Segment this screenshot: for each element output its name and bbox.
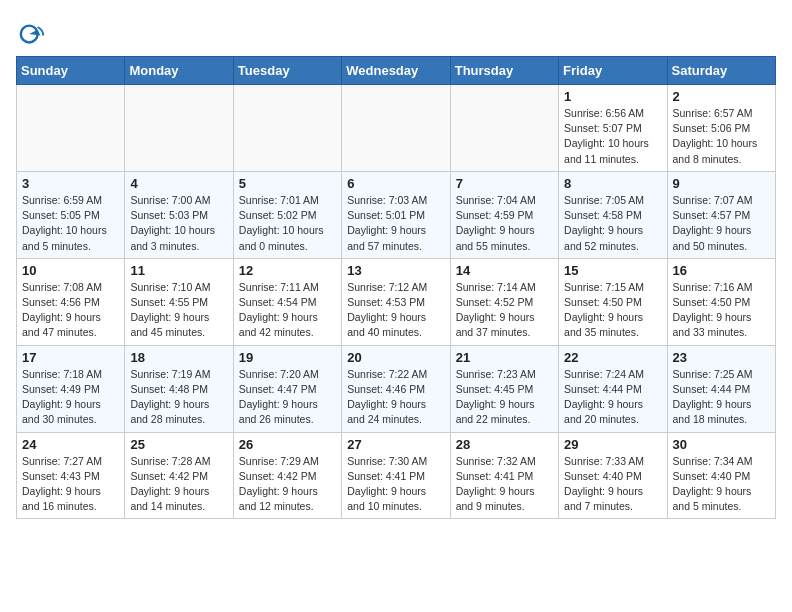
day-number: 8 [564,176,661,191]
day-detail: Sunrise: 7:25 AMSunset: 4:44 PMDaylight:… [673,367,770,428]
day-detail: Sunrise: 7:32 AMSunset: 4:41 PMDaylight:… [456,454,553,515]
day-number: 13 [347,263,444,278]
day-number: 27 [347,437,444,452]
calendar-cell: 2Sunrise: 6:57 AMSunset: 5:06 PMDaylight… [667,85,775,172]
dow-header-monday: Monday [125,57,233,85]
day-number: 6 [347,176,444,191]
calendar-cell: 20Sunrise: 7:22 AMSunset: 4:46 PMDayligh… [342,345,450,432]
calendar-cell: 5Sunrise: 7:01 AMSunset: 5:02 PMDaylight… [233,171,341,258]
calendar-cell [450,85,558,172]
day-detail: Sunrise: 6:59 AMSunset: 5:05 PMDaylight:… [22,193,119,254]
day-number: 29 [564,437,661,452]
day-detail: Sunrise: 7:01 AMSunset: 5:02 PMDaylight:… [239,193,336,254]
day-number: 12 [239,263,336,278]
calendar-cell: 16Sunrise: 7:16 AMSunset: 4:50 PMDayligh… [667,258,775,345]
calendar-cell: 17Sunrise: 7:18 AMSunset: 4:49 PMDayligh… [17,345,125,432]
day-number: 4 [130,176,227,191]
calendar-cell: 4Sunrise: 7:00 AMSunset: 5:03 PMDaylight… [125,171,233,258]
calendar-cell: 29Sunrise: 7:33 AMSunset: 4:40 PMDayligh… [559,432,667,519]
day-number: 15 [564,263,661,278]
day-detail: Sunrise: 7:14 AMSunset: 4:52 PMDaylight:… [456,280,553,341]
day-detail: Sunrise: 7:27 AMSunset: 4:43 PMDaylight:… [22,454,119,515]
dow-header-tuesday: Tuesday [233,57,341,85]
calendar-cell: 24Sunrise: 7:27 AMSunset: 4:43 PMDayligh… [17,432,125,519]
day-detail: Sunrise: 7:19 AMSunset: 4:48 PMDaylight:… [130,367,227,428]
day-detail: Sunrise: 7:08 AMSunset: 4:56 PMDaylight:… [22,280,119,341]
day-detail: Sunrise: 7:07 AMSunset: 4:57 PMDaylight:… [673,193,770,254]
day-detail: Sunrise: 7:29 AMSunset: 4:42 PMDaylight:… [239,454,336,515]
calendar-cell: 12Sunrise: 7:11 AMSunset: 4:54 PMDayligh… [233,258,341,345]
day-number: 21 [456,350,553,365]
calendar-cell: 11Sunrise: 7:10 AMSunset: 4:55 PMDayligh… [125,258,233,345]
logo [16,20,50,48]
dow-header-saturday: Saturday [667,57,775,85]
calendar-cell: 25Sunrise: 7:28 AMSunset: 4:42 PMDayligh… [125,432,233,519]
day-number: 25 [130,437,227,452]
day-number: 14 [456,263,553,278]
day-detail: Sunrise: 7:22 AMSunset: 4:46 PMDaylight:… [347,367,444,428]
day-number: 30 [673,437,770,452]
calendar-cell [125,85,233,172]
day-number: 17 [22,350,119,365]
day-detail: Sunrise: 7:30 AMSunset: 4:41 PMDaylight:… [347,454,444,515]
day-number: 28 [456,437,553,452]
calendar-cell: 13Sunrise: 7:12 AMSunset: 4:53 PMDayligh… [342,258,450,345]
day-detail: Sunrise: 7:03 AMSunset: 5:01 PMDaylight:… [347,193,444,254]
calendar-cell: 15Sunrise: 7:15 AMSunset: 4:50 PMDayligh… [559,258,667,345]
calendar-cell: 21Sunrise: 7:23 AMSunset: 4:45 PMDayligh… [450,345,558,432]
calendar-cell [342,85,450,172]
day-detail: Sunrise: 7:04 AMSunset: 4:59 PMDaylight:… [456,193,553,254]
day-detail: Sunrise: 7:28 AMSunset: 4:42 PMDaylight:… [130,454,227,515]
day-detail: Sunrise: 6:57 AMSunset: 5:06 PMDaylight:… [673,106,770,167]
day-detail: Sunrise: 7:24 AMSunset: 4:44 PMDaylight:… [564,367,661,428]
day-number: 7 [456,176,553,191]
day-detail: Sunrise: 7:00 AMSunset: 5:03 PMDaylight:… [130,193,227,254]
calendar-cell: 22Sunrise: 7:24 AMSunset: 4:44 PMDayligh… [559,345,667,432]
day-number: 2 [673,89,770,104]
day-number: 16 [673,263,770,278]
day-number: 9 [673,176,770,191]
day-detail: Sunrise: 7:15 AMSunset: 4:50 PMDaylight:… [564,280,661,341]
day-number: 11 [130,263,227,278]
dow-header-wednesday: Wednesday [342,57,450,85]
calendar-cell: 7Sunrise: 7:04 AMSunset: 4:59 PMDaylight… [450,171,558,258]
dow-header-friday: Friday [559,57,667,85]
day-number: 10 [22,263,119,278]
day-detail: Sunrise: 7:12 AMSunset: 4:53 PMDaylight:… [347,280,444,341]
day-number: 22 [564,350,661,365]
day-detail: Sunrise: 7:34 AMSunset: 4:40 PMDaylight:… [673,454,770,515]
day-number: 26 [239,437,336,452]
header [16,16,776,48]
calendar-cell: 1Sunrise: 6:56 AMSunset: 5:07 PMDaylight… [559,85,667,172]
calendar-cell: 18Sunrise: 7:19 AMSunset: 4:48 PMDayligh… [125,345,233,432]
calendar-cell [233,85,341,172]
day-detail: Sunrise: 6:56 AMSunset: 5:07 PMDaylight:… [564,106,661,167]
day-number: 5 [239,176,336,191]
calendar-cell: 28Sunrise: 7:32 AMSunset: 4:41 PMDayligh… [450,432,558,519]
calendar-cell: 9Sunrise: 7:07 AMSunset: 4:57 PMDaylight… [667,171,775,258]
day-detail: Sunrise: 7:10 AMSunset: 4:55 PMDaylight:… [130,280,227,341]
logo-icon [18,20,46,48]
calendar-cell: 23Sunrise: 7:25 AMSunset: 4:44 PMDayligh… [667,345,775,432]
day-detail: Sunrise: 7:05 AMSunset: 4:58 PMDaylight:… [564,193,661,254]
day-number: 3 [22,176,119,191]
calendar-table: SundayMondayTuesdayWednesdayThursdayFrid… [16,56,776,519]
day-detail: Sunrise: 7:11 AMSunset: 4:54 PMDaylight:… [239,280,336,341]
day-number: 20 [347,350,444,365]
calendar-cell: 26Sunrise: 7:29 AMSunset: 4:42 PMDayligh… [233,432,341,519]
calendar-cell: 8Sunrise: 7:05 AMSunset: 4:58 PMDaylight… [559,171,667,258]
day-detail: Sunrise: 7:20 AMSunset: 4:47 PMDaylight:… [239,367,336,428]
day-number: 1 [564,89,661,104]
calendar-cell: 27Sunrise: 7:30 AMSunset: 4:41 PMDayligh… [342,432,450,519]
calendar-cell: 10Sunrise: 7:08 AMSunset: 4:56 PMDayligh… [17,258,125,345]
calendar-cell: 19Sunrise: 7:20 AMSunset: 4:47 PMDayligh… [233,345,341,432]
day-detail: Sunrise: 7:16 AMSunset: 4:50 PMDaylight:… [673,280,770,341]
calendar-cell: 6Sunrise: 7:03 AMSunset: 5:01 PMDaylight… [342,171,450,258]
calendar-cell [17,85,125,172]
day-number: 18 [130,350,227,365]
day-detail: Sunrise: 7:33 AMSunset: 4:40 PMDaylight:… [564,454,661,515]
dow-header-sunday: Sunday [17,57,125,85]
calendar-cell: 30Sunrise: 7:34 AMSunset: 4:40 PMDayligh… [667,432,775,519]
calendar-cell: 14Sunrise: 7:14 AMSunset: 4:52 PMDayligh… [450,258,558,345]
day-detail: Sunrise: 7:18 AMSunset: 4:49 PMDaylight:… [22,367,119,428]
